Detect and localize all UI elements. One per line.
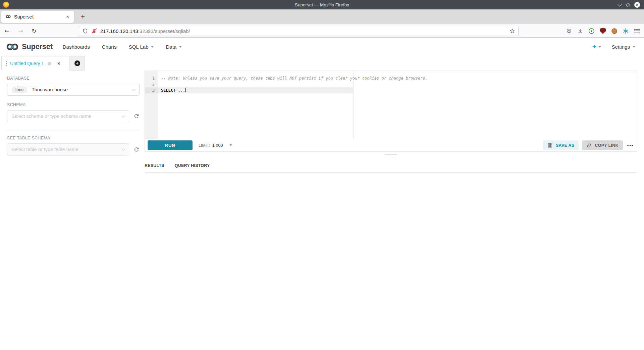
table-schema-label: SEE TABLE SCHEMA xyxy=(7,136,145,140)
url-host: 217.160.120.143 xyxy=(100,28,138,34)
menu-icon[interactable] xyxy=(634,29,640,33)
sqllab-sidebar: DATABASE trino Trino warehouse SCHEMA Se… xyxy=(0,71,145,350)
reload-icon[interactable]: ↻ xyxy=(32,28,37,34)
chevron-down-icon xyxy=(121,114,125,117)
caret-down-icon xyxy=(598,46,601,48)
nav-item-dashboards[interactable]: Dashboards xyxy=(63,44,90,50)
firefox-icon xyxy=(3,2,9,8)
bookmark-star-icon[interactable] xyxy=(509,28,515,34)
table-select[interactable]: Select table or type table name xyxy=(7,143,129,156)
nav-item-charts[interactable]: Charts xyxy=(102,44,117,50)
caret-down-icon xyxy=(151,46,154,48)
refresh-table-icon[interactable] xyxy=(133,146,140,152)
sidebar-divider xyxy=(7,131,140,131)
limit-control[interactable]: LIMIT: 1 000 xyxy=(199,143,232,148)
schema-label: SCHEMA xyxy=(7,102,145,107)
text-cursor xyxy=(185,88,186,92)
chevron-down-icon xyxy=(121,147,125,150)
browser-extension-cluster xyxy=(566,24,640,38)
sql-comment: -- Note: Unless you save your query, the… xyxy=(161,76,428,81)
copy-link-button[interactable]: COPY LINK xyxy=(582,140,623,150)
browser-toolbar: ← → ↻ 217.160.120.143:32393/superset/sql… xyxy=(0,24,644,38)
line-number: 3 xyxy=(145,87,158,93)
window-title: Superset — Mozilla Firefox xyxy=(295,2,349,7)
refresh-schema-icon[interactable] xyxy=(133,113,140,119)
database-select[interactable]: trino Trino warehouse xyxy=(7,84,140,96)
back-icon[interactable]: ← xyxy=(5,28,9,34)
superset-favicon-icon xyxy=(5,14,11,20)
plus-circle-icon: + xyxy=(74,60,80,66)
link-icon xyxy=(585,141,593,149)
superset-logo-icon[interactable] xyxy=(5,43,19,51)
pane-splitter[interactable] xyxy=(145,152,637,159)
pocket-icon[interactable] xyxy=(566,28,572,34)
run-button[interactable]: RUN xyxy=(148,140,193,150)
browser-tab-superset[interactable]: Superset × xyxy=(1,11,74,23)
lock-slash-icon[interactable] xyxy=(92,29,96,33)
browser-tab-title: Superset xyxy=(14,14,65,19)
save-icon xyxy=(547,143,553,148)
drag-handle-icon xyxy=(385,154,397,156)
query-tab-close-icon[interactable]: × xyxy=(57,61,60,66)
active-line: SELECT ... xyxy=(158,87,353,93)
drag-dots-icon xyxy=(6,61,7,66)
editor-column: 1 2 3 -- Note: Unless you save your quer… xyxy=(145,71,637,350)
table-placeholder: Select table or type table name xyxy=(11,147,78,152)
tracking-shield-icon[interactable] xyxy=(83,28,88,34)
url-path: :32393/superset/sqllab/ xyxy=(138,28,190,34)
more-menu-icon[interactable]: ••• xyxy=(627,143,634,148)
extension-green-icon[interactable] xyxy=(589,28,594,34)
brand-name[interactable]: Superset xyxy=(22,42,53,51)
schema-placeholder: Select schema or type schema name xyxy=(11,114,92,119)
browser-nav-buttons: ← → ↻ xyxy=(5,24,37,38)
database-label: DATABASE xyxy=(7,76,145,81)
nav-item-sql-lab[interactable]: SQL Lab xyxy=(129,44,154,50)
caret-down-icon xyxy=(179,46,182,48)
results-tabbar: RESULTS QUERY HISTORY xyxy=(145,159,637,173)
browser-tab-close-icon[interactable]: × xyxy=(65,13,70,20)
download-icon[interactable] xyxy=(578,28,583,34)
query-tabstrip: Untitled Query 1 × + xyxy=(0,56,644,71)
extension-asterisk-icon[interactable] xyxy=(623,28,629,34)
limit-value: 1 000 xyxy=(212,143,223,148)
url-bar[interactable]: 217.160.120.143:32393/superset/sqllab/ xyxy=(79,26,519,36)
navbar-items: Dashboards Charts SQL Lab Data xyxy=(63,44,182,50)
database-value: Trino warehouse xyxy=(32,87,67,92)
window-controls: × xyxy=(618,0,640,9)
schema-select[interactable]: Select schema or type schema name xyxy=(7,110,129,122)
window-titlebar: Superset — Mozilla Firefox × xyxy=(0,0,644,9)
tab-results[interactable]: RESULTS xyxy=(145,163,164,168)
nav-item-data[interactable]: Data xyxy=(166,44,182,50)
browser-tabstrip: Superset × + xyxy=(0,9,644,24)
line-number: 2 xyxy=(145,81,158,87)
editor-panel: 1 2 3 -- Note: Unless you save your quer… xyxy=(145,71,637,152)
query-tab-untitled[interactable]: Untitled Query 1 × xyxy=(1,56,68,71)
window-close-icon[interactable]: × xyxy=(634,2,640,8)
add-query-tab-button[interactable]: + xyxy=(69,56,85,71)
save-as-button[interactable]: SAVE AS xyxy=(543,140,579,150)
superset-navbar: Superset Dashboards Charts SQL Lab Data … xyxy=(0,38,644,56)
limit-label: LIMIT: xyxy=(199,143,210,148)
window-maximize-icon[interactable] xyxy=(626,3,630,7)
line-number: 1 xyxy=(145,75,158,81)
query-status-dot xyxy=(48,62,51,65)
ublock-shield-icon[interactable] xyxy=(600,28,606,34)
editor-gutter: 1 2 3 xyxy=(145,71,158,139)
cookie-extension-icon[interactable] xyxy=(611,28,617,34)
window-minimize-icon[interactable] xyxy=(618,2,622,6)
new-tab-button[interactable]: + xyxy=(77,11,89,23)
database-engine-pill: trino xyxy=(11,86,28,93)
editor-code: -- Note: Unless you save your query, the… xyxy=(158,75,637,93)
settings-menu[interactable]: Settings xyxy=(612,44,635,50)
editor-toolbar: RUN LIMIT: 1 000 SAVE AS xyxy=(145,139,637,152)
sql-editor[interactable]: 1 2 3 -- Note: Unless you save your quer… xyxy=(145,71,637,139)
sql-rest: ... xyxy=(175,88,185,93)
navbar-right: + Settings xyxy=(592,43,635,51)
sql-keyword: SELECT xyxy=(161,88,175,93)
editor-actions: SAVE AS COPY LINK ••• xyxy=(543,140,634,150)
add-menu-button[interactable]: + xyxy=(592,43,601,51)
tab-query-history[interactable]: QUERY HISTORY xyxy=(175,163,210,168)
forward-icon[interactable]: → xyxy=(18,28,23,34)
sqllab-main: DATABASE trino Trino warehouse SCHEMA Se… xyxy=(0,71,644,350)
url-text: 217.160.120.143:32393/superset/sqllab/ xyxy=(100,28,190,34)
